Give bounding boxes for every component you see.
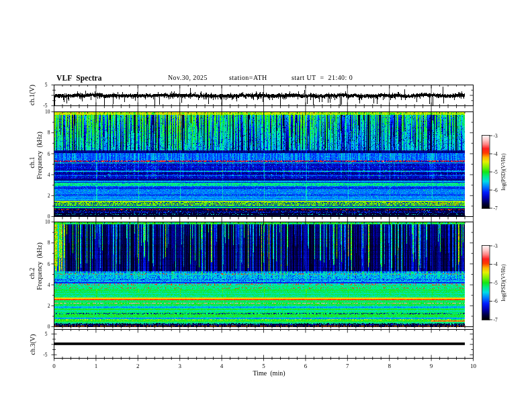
- svg-text:-3: -3: [494, 133, 498, 139]
- svg-text:-5: -5: [494, 280, 498, 286]
- svg-text:ch.2: ch.2: [28, 268, 36, 279]
- svg-text:2: 2: [48, 303, 50, 309]
- svg-text:log(PSD)(V²/Hz): log(PSD)(V²/Hz): [500, 153, 506, 191]
- svg-text:10: 10: [45, 219, 50, 225]
- svg-text:5: 5: [45, 82, 48, 88]
- svg-text:5: 5: [262, 363, 265, 369]
- svg-text:8: 8: [388, 363, 391, 369]
- svg-text:ch.1: ch.1: [28, 157, 36, 169]
- svg-text:-6: -6: [494, 298, 498, 304]
- svg-text:Nov.30, 2025: Nov.30, 2025: [168, 74, 208, 81]
- svg-text:8: 8: [48, 240, 50, 246]
- svg-text:station=ATH: station=ATH: [229, 74, 267, 81]
- svg-text:8: 8: [48, 130, 50, 136]
- svg-text:2: 2: [48, 193, 50, 199]
- svg-text:log(PSD)(V²/Hz): log(PSD)(V²/Hz): [500, 264, 506, 302]
- svg-text:2: 2: [136, 363, 140, 369]
- svg-text:-7: -7: [494, 317, 498, 323]
- svg-text:3: 3: [178, 363, 181, 369]
- svg-text:Frequency (kHz): Frequency (kHz): [36, 132, 44, 179]
- svg-text:7: 7: [346, 363, 349, 369]
- svg-text:-4: -4: [494, 261, 498, 267]
- svg-text:-5: -5: [494, 169, 498, 175]
- svg-text:4: 4: [48, 282, 50, 288]
- svg-text:ch.3(V): ch.3(V): [29, 334, 37, 355]
- svg-text:9: 9: [430, 363, 433, 369]
- svg-text:1: 1: [95, 363, 98, 369]
- svg-text:ch.1(V): ch.1(V): [28, 85, 36, 105]
- svg-text:10: 10: [470, 363, 477, 369]
- svg-text:-5: -5: [43, 352, 47, 358]
- svg-text:-6: -6: [494, 187, 498, 193]
- svg-text:6: 6: [48, 261, 50, 267]
- svg-text:-5: -5: [43, 103, 47, 109]
- svg-text:6: 6: [304, 363, 308, 369]
- svg-text:6: 6: [48, 151, 50, 157]
- svg-text:10: 10: [45, 109, 50, 115]
- svg-text:-7: -7: [494, 205, 498, 212]
- svg-text:start UT = 21:40: 0: start UT = 21:40: 0: [292, 74, 353, 81]
- svg-text:0: 0: [48, 214, 50, 220]
- svg-text:4: 4: [220, 363, 224, 369]
- svg-text:-3: -3: [494, 243, 498, 249]
- svg-text:Time (min): Time (min): [253, 369, 285, 377]
- svg-text:Frequency (kHz): Frequency (kHz): [36, 242, 44, 290]
- svg-text:4: 4: [48, 172, 50, 178]
- svg-text:VLF Spectra: VLF Spectra: [56, 74, 102, 83]
- svg-text:0: 0: [48, 324, 50, 330]
- svg-text:5: 5: [45, 331, 48, 337]
- svg-text:0: 0: [52, 363, 56, 369]
- svg-text:-4: -4: [494, 151, 498, 157]
